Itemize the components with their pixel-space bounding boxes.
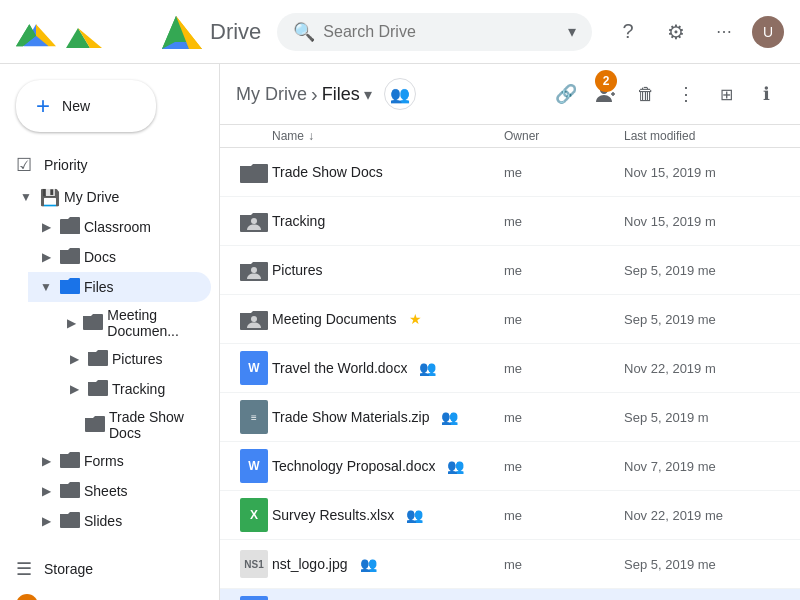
apps-button[interactable]: ⋯: [704, 12, 744, 52]
sidebar-item-trade-show-docs[interactable]: ▶ Trade Show Docs: [56, 404, 211, 446]
slides-chevron: ▶: [36, 511, 56, 531]
file-name-cell: Survey Results.xlsx 👥: [272, 507, 504, 523]
file-modified: Sep 5, 2019 me: [624, 557, 784, 572]
sidebar-item-tracking[interactable]: ▶ Tracking: [56, 374, 211, 404]
sidebar-item-pictures[interactable]: ▶ Pictures: [56, 344, 211, 374]
svg-point-11: [251, 218, 257, 224]
file-name-cell: Travel the World.docx 👥: [272, 360, 504, 376]
sidebar-item-meeting-documents[interactable]: ▶ Meeting Documen...: [56, 302, 211, 344]
table-row[interactable]: Trade Show Docs me Nov 15, 2019 m: [220, 148, 800, 197]
zip-icon: ≡: [240, 400, 268, 434]
file-name-cell: Trade Show Docs: [272, 164, 504, 180]
file-modified: Nov 22, 2019 me: [624, 508, 784, 523]
files-chevron: ▼: [36, 277, 56, 297]
help-button[interactable]: ?: [608, 12, 648, 52]
file-owner: me: [504, 410, 624, 425]
column-owner: Owner: [504, 129, 624, 143]
pictures-label: Pictures: [112, 351, 163, 367]
file-modified: Sep 5, 2019 m: [624, 410, 784, 425]
table-row[interactable]: W Travel the World.docx 👥 me Nov 22, 201…: [220, 344, 800, 393]
sidebar-item-files[interactable]: ▼ Files: [28, 272, 211, 302]
file-name: Trade Show Docs: [272, 164, 383, 180]
slides-label: Slides: [84, 513, 122, 529]
table-row[interactable]: Meeting Documents ★ me Sep 5, 2019 me: [220, 295, 800, 344]
table-row[interactable]: NS1 nst_logo.jpg 👥 me Sep 5, 2019 me: [220, 540, 800, 589]
file-name-cell: Pictures: [272, 262, 504, 278]
star-icon: ★: [409, 311, 422, 327]
file-icon-cell: NS1: [236, 546, 272, 582]
shared-people-icon: 👥: [441, 409, 458, 425]
info-button[interactable]: ℹ: [748, 76, 784, 112]
file-icon-cell: X: [236, 497, 272, 533]
folder-icon: [240, 161, 268, 183]
link-button[interactable]: 🔗: [548, 76, 584, 112]
file-icon-cell: [236, 301, 272, 337]
file-modified: Sep 5, 2019 me: [624, 263, 784, 278]
file-icon-cell: [236, 154, 272, 190]
my-drive-icon: 💾: [40, 188, 60, 207]
table-row[interactable]: W Technology Proposal.docx 👥 me Nov 7, 2…: [220, 442, 800, 491]
sheets-label: Sheets: [84, 483, 128, 499]
avatar[interactable]: U: [752, 16, 784, 48]
column-name[interactable]: Name ↓: [272, 129, 504, 143]
search-input[interactable]: [323, 23, 560, 41]
my-drive-chevron: ▼: [16, 187, 36, 207]
file-modified: Sep 5, 2019 me: [624, 312, 784, 327]
sidebar-item-storage[interactable]: ☰ Storage: [0, 552, 211, 586]
tracking-chevron: ▶: [64, 379, 84, 399]
file-owner: me: [504, 508, 624, 523]
forms-chevron: ▶: [36, 451, 56, 471]
tracking-folder-icon: [88, 379, 108, 399]
file-icon-cell: ≡: [236, 595, 272, 600]
gdoc-icon: W: [240, 351, 268, 385]
table-row[interactable]: ≡ Trade Show Materials.zip 👥 me Sep 5, 2…: [220, 393, 800, 442]
sidebar-item-my-drive: ▼ 💾 My Drive ▶ Classroom ▶: [0, 182, 219, 536]
sidebar-item-sheets[interactable]: ▶ Sheets: [28, 476, 211, 506]
breadcrumb-separator: ›: [311, 83, 318, 106]
file-list: Trade Show Docs me Nov 15, 2019 m Tracki…: [220, 148, 800, 600]
docs-chevron: ▶: [36, 247, 56, 267]
breadcrumb-root[interactable]: My Drive: [236, 84, 307, 105]
file-name: Meeting Documents: [272, 311, 397, 327]
storage-used-row: 1: [16, 594, 203, 600]
table-row[interactable]: ≡ Event Letter 👥 me Nov 22, 2019: [220, 589, 800, 600]
gdoc-icon: W: [240, 449, 268, 483]
file-modified: Nov 15, 2019 m: [624, 165, 784, 180]
search-bar[interactable]: 🔍 ▾: [277, 13, 592, 51]
file-icon-cell: ≡: [236, 399, 272, 435]
top-bar: Drive 🔍 ▾ ? ⚙ ⋯ U: [0, 0, 800, 64]
content-header: My Drive › Files ▾ 👥 🔗: [220, 64, 800, 125]
new-button[interactable]: + New: [16, 80, 156, 132]
file-name: nst_logo.jpg: [272, 556, 348, 572]
file-list-header: Name ↓ Owner Last modified: [220, 125, 800, 148]
sidebar-item-classroom[interactable]: ▶ Classroom: [28, 212, 211, 242]
file-icon-cell: W: [236, 350, 272, 386]
grid-view-button[interactable]: ⊞: [708, 76, 744, 112]
table-row[interactable]: Tracking me Nov 15, 2019 m: [220, 197, 800, 246]
sidebar-item-docs[interactable]: ▶ Docs: [28, 242, 211, 272]
file-modified: Nov 22, 2019 m: [624, 361, 784, 376]
files-folder-icon: [60, 277, 80, 297]
meeting-docs-chevron: ▶: [64, 313, 79, 333]
new-button-icon: +: [36, 94, 50, 118]
add-person-wrap: 2: [588, 76, 624, 112]
sidebar-item-priority[interactable]: ☑ Priority: [0, 148, 211, 182]
trade-show-folder-icon: [85, 415, 105, 435]
slides-folder-icon: [60, 511, 80, 531]
logo-area: Drive: [16, 13, 261, 51]
search-icon: 🔍: [293, 21, 315, 43]
breadcrumb-current[interactable]: Files ▾: [322, 84, 372, 105]
delete-button[interactable]: 🗑: [628, 76, 664, 112]
search-chevron-icon[interactable]: ▾: [568, 22, 576, 41]
google-drive-logo: [112, 13, 154, 51]
more-options-button[interactable]: ⋮: [668, 76, 704, 112]
files-label: Files: [84, 279, 114, 295]
storage-icon: ☰: [16, 558, 32, 580]
sidebar-item-forms[interactable]: ▶ Forms: [28, 446, 211, 476]
folder-people-button[interactable]: 👥: [384, 78, 416, 110]
settings-button[interactable]: ⚙: [656, 12, 696, 52]
table-row[interactable]: Pictures me Sep 5, 2019 me: [220, 246, 800, 295]
tracking-label: Tracking: [112, 381, 165, 397]
table-row[interactable]: X Survey Results.xlsx 👥 me Nov 22, 2019 …: [220, 491, 800, 540]
sidebar-item-slides[interactable]: ▶ Slides: [28, 506, 211, 536]
